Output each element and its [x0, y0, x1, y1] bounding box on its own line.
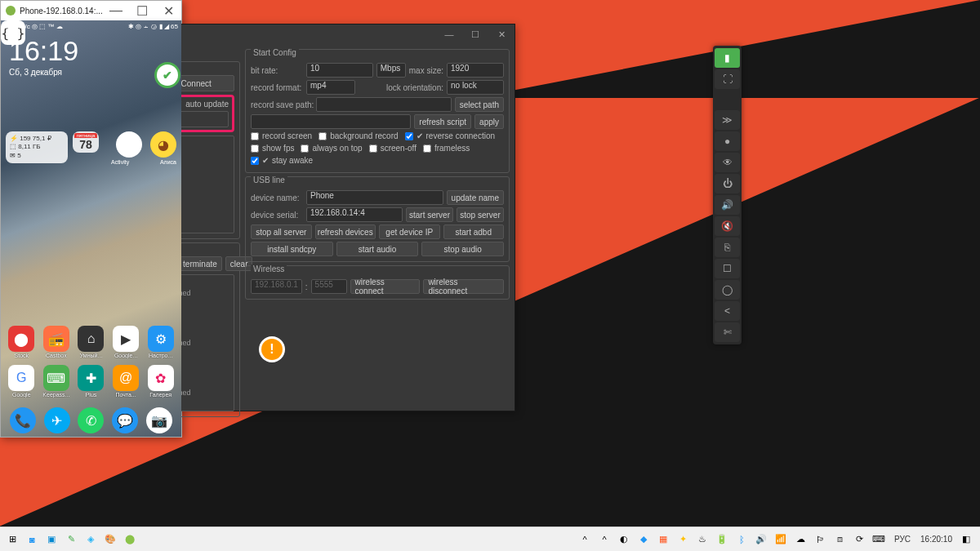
tb-lang[interactable]: РУС	[889, 535, 915, 544]
refresh-script-button[interactable]: refresh script	[414, 114, 471, 129]
tb-battery-icon[interactable]: 🔋	[713, 531, 731, 549]
start-adbd-button[interactable]: start adbd	[443, 224, 505, 239]
sb-volume-mute-icon[interactable]: 🔇	[715, 216, 740, 236]
tb-tray-up2-icon[interactable]: ^	[595, 531, 613, 549]
sb-square-icon[interactable]: ☐	[715, 259, 740, 278]
start-server-button[interactable]: start server	[406, 207, 453, 222]
taskbar[interactable]: ⊞ ◙ ▣ ✎ ◈ 🎨 ⬤ ^ ^ ◐ ◆ ▦ ✦ ♨ 🔋 ᛒ 🔊 📶 ☁ 🏳 …	[0, 527, 980, 551]
sb-power-icon[interactable]: ⏻	[715, 174, 740, 193]
record-screen-checkbox[interactable]: record screen	[251, 131, 312, 140]
tb-app6-icon[interactable]: ⬤	[121, 531, 139, 549]
dock-camera[interactable]: 📷	[146, 407, 172, 433]
app-smart[interactable]: ⌂Умный...	[74, 326, 109, 358]
tb-tray5-icon[interactable]: ♨	[693, 531, 711, 549]
phone-maximize-button[interactable]: ☐	[129, 1, 155, 20]
dock-messages[interactable]: 💬	[112, 407, 138, 433]
phone-close-button[interactable]: ✕	[155, 1, 181, 20]
wireless-connect-button[interactable]: wireless connect	[350, 279, 421, 294]
tb-bluetooth-icon[interactable]: ᛒ	[733, 531, 751, 549]
app-google[interactable]: GGoogle	[4, 365, 39, 398]
frameless-checkbox[interactable]: frameless	[423, 144, 470, 153]
app-settings[interactable]: ⚙Настро...	[143, 326, 178, 358]
wireless-ip-input[interactable]: 192.168.0.1	[251, 279, 302, 294]
tb-tray4-icon[interactable]: ✦	[674, 531, 692, 549]
app-gallery[interactable]: ✿Галерея	[143, 365, 178, 398]
install-sndcpy-button[interactable]: install sndcpy	[251, 242, 333, 256]
tb-app2-icon[interactable]: ▣	[42, 531, 60, 549]
app-stock[interactable]: ⬤Stock	[4, 326, 39, 358]
sb-cut-icon[interactable]: ✄	[715, 322, 740, 342]
start-audio-button[interactable]: start audio	[336, 242, 419, 256]
select-path-button[interactable]: select path	[455, 97, 504, 112]
sb-record-icon[interactable]: ●	[715, 131, 740, 151]
stop-server-button[interactable]: stop server	[457, 207, 504, 222]
tb-app4-icon[interactable]: ◈	[82, 531, 100, 549]
app-keepass[interactable]: ⌨Keepass...	[39, 365, 74, 398]
maximize-button[interactable]: ☐	[462, 24, 488, 44]
tb-tray3-icon[interactable]: ▦	[654, 531, 672, 549]
tb-tray1-icon[interactable]: ◐	[615, 531, 633, 549]
refresh-devices-button[interactable]: refresh devices	[315, 224, 376, 239]
sb-more-icon[interactable]: ≫	[715, 110, 740, 130]
phone-screen[interactable]: 645 КБ/с ◎ ⬚ ™ ☁ ✱ ◎ ⫠ ◶ ▮ ◢ 65 16:19 Сб…	[1, 20, 181, 437]
sb-eye-icon[interactable]: 👁	[715, 153, 740, 172]
close-button[interactable]: ✕	[488, 24, 514, 44]
tb-app3-icon[interactable]: ✎	[62, 531, 80, 549]
sb-volume-up-icon[interactable]: 🔊	[715, 195, 740, 215]
tb-sync-icon[interactable]: ⟳	[850, 531, 868, 549]
sb-copy-icon[interactable]: ⎘	[715, 238, 740, 257]
dock-whatsapp[interactable]: ✆	[78, 407, 104, 433]
reverse-connection-checkbox[interactable]: ✔ reverse connection	[405, 131, 496, 140]
bit-rate-input[interactable]: 10	[306, 63, 373, 78]
phone-minimize-button[interactable]: ―	[103, 1, 129, 20]
stop-audio-button[interactable]: stop audio	[421, 242, 504, 256]
tb-tray2-icon[interactable]: ◆	[635, 531, 653, 549]
dock-phone[interactable]: 📞	[10, 407, 36, 433]
script-input[interactable]	[251, 114, 411, 129]
max-size-input[interactable]: 1920	[447, 63, 504, 78]
widget-activity-icon[interactable]	[116, 131, 142, 158]
dock-telegram[interactable]: ✈	[44, 407, 70, 433]
start-button[interactable]: ⊞	[3, 531, 21, 549]
sb-circle-icon[interactable]: ◯	[715, 280, 740, 300]
app-castbox[interactable]: 📻Castbox	[39, 326, 74, 358]
app-google-play[interactable]: ▶Google...	[109, 326, 144, 358]
tb-flag-icon[interactable]: 🏳	[811, 531, 829, 549]
device-name-input[interactable]: Phone	[306, 190, 443, 205]
show-fps-checkbox[interactable]: show fps	[251, 144, 294, 153]
phone-titlebar[interactable]: Phone-192.168.0.14:... ― ☐ ✕	[1, 1, 181, 20]
get-device-ip-button[interactable]: get device IP	[379, 224, 440, 239]
tb-keyboard-icon[interactable]: ⌨	[870, 531, 888, 549]
tb-wifi-icon[interactable]: 📶	[772, 531, 790, 549]
screen-off-checkbox[interactable]: screen-off	[369, 144, 416, 153]
tb-tray-up-icon[interactable]: ^	[576, 531, 594, 549]
widget-alice-icon[interactable]: ◕	[150, 131, 176, 158]
record-save-path-input[interactable]	[316, 97, 452, 112]
sb-fullscreen-icon[interactable]: ▮	[715, 48, 740, 68]
tb-cloud-icon[interactable]: ☁	[791, 531, 809, 549]
wireless-port-input[interactable]: 5555	[311, 279, 347, 294]
app-plus[interactable]: ✚Plus	[74, 365, 109, 398]
tb-dropbox-icon[interactable]: ⧈	[831, 531, 849, 549]
tb-notification-icon[interactable]: ◧	[957, 531, 975, 549]
stay-awake-checkbox[interactable]: ✔ stay awake	[251, 156, 313, 165]
bit-rate-unit[interactable]: Mbps	[376, 63, 406, 78]
terminate-button[interactable]: terminate	[178, 256, 222, 271]
background-record-checkbox[interactable]: background record	[318, 131, 398, 140]
tb-app5-icon[interactable]: 🎨	[101, 531, 119, 549]
always-on-top-checkbox[interactable]: always on top	[301, 144, 362, 153]
stop-all-server-button[interactable]: stop all server	[251, 224, 312, 239]
sb-back-icon[interactable]: <	[715, 301, 740, 321]
app-mail[interactable]: @Почта...	[109, 365, 144, 398]
sb-expand-icon[interactable]: ⛶	[715, 69, 740, 89]
tb-clock[interactable]: 16:20:10	[915, 535, 957, 544]
lock-orientation-input[interactable]: no lock	[447, 80, 504, 95]
apply-button[interactable]: apply	[474, 114, 504, 129]
wireless-disconnect-button[interactable]: wireless disconnect	[423, 279, 504, 294]
update-name-button[interactable]: update name	[447, 190, 504, 205]
minimize-button[interactable]: ―	[436, 24, 462, 44]
tb-app1-icon[interactable]: ◙	[23, 531, 41, 549]
device-serial-input[interactable]: 192.168.0.14:4	[306, 207, 403, 222]
record-format-input[interactable]: mp4	[306, 80, 355, 95]
tb-sound-icon[interactable]: 🔊	[752, 531, 770, 549]
